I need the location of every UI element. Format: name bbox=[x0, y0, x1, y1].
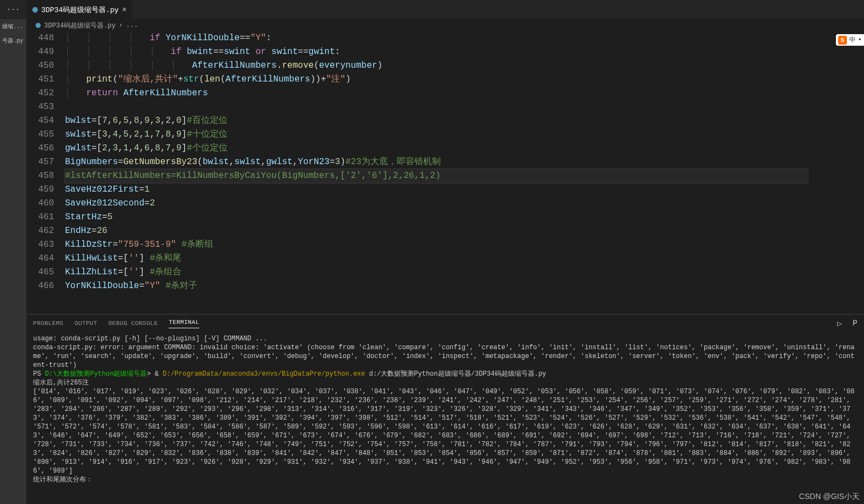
tab-debug-console[interactable]: DEBUG CONSOLE bbox=[109, 320, 158, 327]
title-bar: ··· ⬣ 3DP34码超级缩号器.py × bbox=[0, 0, 864, 19]
line-number-gutter: 4484494504514524534544554564574584594604… bbox=[26, 31, 65, 314]
code-editor[interactable]: 4484494504514524534544554564574584594604… bbox=[26, 31, 864, 314]
terminal-panel: PROBLEMS OUTPUT DEBUG CONSOLE TERMINAL ▷… bbox=[26, 314, 864, 504]
app-menu-icon[interactable]: ··· bbox=[0, 0, 26, 19]
powershell-icon[interactable]: ▷ bbox=[837, 319, 841, 328]
open-editors-sidebar: 级缩... 号器.py bbox=[0, 19, 26, 504]
powershell-label: P bbox=[853, 319, 857, 328]
watermark: CSDN @GIS小天 bbox=[799, 492, 860, 502]
minimap[interactable] bbox=[809, 31, 864, 314]
breadcrumb-more: ... bbox=[126, 21, 138, 29]
python-icon: ⬣ bbox=[32, 6, 38, 14]
code-content[interactable]: │ │ │ │ if YorNKillDouble=="Y":│ │ │ │ │… bbox=[65, 31, 809, 314]
ime-dot-icon: • bbox=[858, 36, 862, 44]
breadcrumb-file: 3DP34码超级缩号器.py bbox=[44, 21, 116, 30]
tab-output[interactable]: OUTPUT bbox=[74, 320, 97, 327]
chevron-right-icon: › bbox=[119, 21, 123, 29]
sogou-logo-icon: S bbox=[838, 36, 847, 45]
python-icon: ⬣ bbox=[35, 21, 41, 30]
sidebar-item[interactable]: 号器.py bbox=[0, 34, 26, 48]
panel-tabs: PROBLEMS OUTPUT DEBUG CONSOLE TERMINAL ▷… bbox=[26, 315, 864, 332]
tab-terminal[interactable]: TERMINAL bbox=[169, 319, 199, 328]
editor-tab[interactable]: ⬣ 3DP34码超级缩号器.py × bbox=[26, 0, 133, 19]
ime-indicator[interactable]: S 中 • bbox=[836, 34, 864, 46]
main-area: 级缩... 号器.py ⬣ 3DP34码超级缩号器.py › ... 44844… bbox=[0, 19, 864, 504]
tab-filename: 3DP34码超级缩号器.py bbox=[41, 5, 118, 15]
breadcrumb[interactable]: ⬣ 3DP34码超级缩号器.py › ... bbox=[26, 19, 864, 31]
sidebar-item[interactable]: 级缩... bbox=[0, 19, 26, 34]
ime-lang: 中 bbox=[849, 35, 856, 45]
terminal-output[interactable]: usage: conda-script.py [-h] [--no-plugin… bbox=[26, 332, 864, 504]
close-icon[interactable]: × bbox=[122, 6, 126, 14]
tab-problems[interactable]: PROBLEMS bbox=[33, 320, 63, 327]
